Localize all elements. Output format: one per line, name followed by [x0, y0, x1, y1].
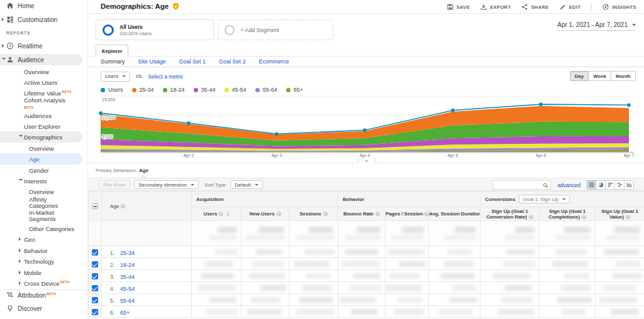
sidebar-item-behavior[interactable]: Behavior — [0, 245, 88, 256]
table-view-button[interactable] — [587, 180, 596, 190]
select-all-checkbox[interactable] — [92, 203, 98, 209]
performance-view-button[interactable] — [606, 180, 615, 190]
date-range-selector[interactable]: Apr 1, 2021 - Apr 7, 2021 — [557, 21, 636, 31]
primary-dimension-age[interactable]: Age — [139, 168, 148, 173]
sidebar-item-demographics[interactable]: Demographics — [0, 131, 82, 143]
sidebar-item-customization[interactable]: Customization — [0, 14, 88, 25]
sidebar-item-cross-device[interactable]: Cross DeviceBETA — [0, 278, 88, 289]
tab-explorer[interactable]: Explorer — [96, 45, 128, 57]
beta-badge: BETA — [47, 292, 56, 296]
add-segment-button[interactable]: + Add Segment — [218, 19, 333, 40]
sort-type-dropdown[interactable]: Default — [230, 180, 262, 189]
help-icon[interactable]: ? — [529, 215, 533, 219]
column-header-sign-up-goal-1-conversion-rate-[interactable]: Sign Up (Goal 1 Conversion Rate)? — [480, 207, 540, 221]
goal-selector-dropdown[interactable]: Goal 1: Sign Up — [519, 195, 569, 203]
subtab-goal-set-1[interactable]: Goal Set 1 — [179, 58, 206, 65]
age-link[interactable]: 25-34 — [120, 250, 135, 256]
row-checkbox[interactable] — [92, 261, 98, 268]
column-header-pages-session[interactable]: Pages / Session? — [386, 207, 429, 221]
percent-view-button[interactable] — [596, 180, 606, 190]
age-link[interactable]: 18-24 — [120, 262, 135, 268]
age-link[interactable]: 35-44 — [120, 274, 135, 280]
sidebar-item-label: Technology — [24, 258, 54, 265]
sidebar-item-overview[interactable]: Overview — [0, 186, 88, 197]
table-search-input[interactable] — [492, 180, 551, 190]
sidebar-item-overview[interactable]: Overview — [0, 66, 88, 77]
sidebar-item-attribution[interactable]: AttributionBETA — [0, 289, 88, 301]
column-header-sign-up-goal-1-completions-[interactable]: Sign Up (Goal 1 Completions)? — [540, 207, 596, 221]
column-header-sign-up-goal-1-value-[interactable]: Sign Up (Goal 1 Value)? — [596, 207, 644, 221]
sidebar-item-user-explorer[interactable]: User Explorer — [0, 121, 88, 132]
plot-rows-button[interactable]: Plot Rows — [99, 180, 130, 189]
age-link[interactable]: 45-54 — [120, 286, 135, 292]
sidebar-item-audiences[interactable]: Audiences — [0, 110, 88, 121]
metric-cell — [386, 258, 429, 270]
help-icon[interactable]: ? — [425, 212, 428, 216]
column-header-avg-session-duration[interactable]: Avg. Session Duration? — [429, 207, 480, 221]
redacted-value — [249, 273, 285, 279]
customization-icon — [6, 16, 14, 23]
sidebar-item-active-users[interactable]: Active Users — [0, 77, 88, 88]
column-header-bounce-rate[interactable]: Bounce Rate? — [338, 207, 386, 221]
help-icon[interactable]: ? — [626, 215, 630, 219]
share-button[interactable]: SHARE — [521, 4, 548, 10]
subtab-ecommerce[interactable]: Ecommerce — [259, 58, 289, 65]
granularity-month-button[interactable]: Month — [611, 71, 636, 81]
row-checkbox[interactable] — [92, 285, 98, 291]
sidebar-item-geo[interactable]: Geo — [0, 234, 88, 245]
granularity-day-button[interactable]: Day — [570, 71, 589, 81]
column-header-sessions[interactable]: Sessions? — [289, 207, 338, 221]
sidebar-item-audience[interactable]: Audience — [0, 54, 82, 65]
column-header-users[interactable]: Users?↓ — [192, 207, 242, 221]
age-link[interactable]: 55-64 — [120, 298, 135, 304]
segment-all-users[interactable]: All Users 100.00% Users — [96, 19, 214, 40]
metric-cell — [480, 246, 540, 258]
save-button[interactable]: SAVE — [447, 4, 470, 10]
sidebar-item-overview[interactable]: Overview — [0, 143, 88, 154]
help-icon[interactable]: ? — [219, 212, 223, 216]
sidebar-item-discover[interactable]: Discover — [0, 303, 88, 314]
sidebar-item-mobile[interactable]: Mobile — [0, 267, 88, 278]
select-a-metric-link[interactable]: Select a metric — [148, 73, 183, 80]
export-button[interactable]: EXPORT — [480, 4, 511, 10]
column-header-age[interactable]: Age? — [102, 192, 192, 221]
sidebar-item-realtime[interactable]: Realtime — [0, 40, 88, 51]
sidebar-item-age[interactable]: Age — [0, 153, 82, 165]
pivot-view-button[interactable] — [625, 180, 634, 190]
granularity-week-button[interactable]: Week — [589, 71, 611, 81]
sidebar-item-gender[interactable]: Gender — [0, 165, 88, 176]
insights-button[interactable]: INSIGHTS — [602, 4, 636, 10]
age-link[interactable]: 65+ — [120, 310, 130, 316]
subtab-summary[interactable]: Summary — [101, 58, 125, 65]
row-checkbox[interactable] — [92, 273, 98, 279]
row-checkbox[interactable] — [92, 249, 98, 256]
sidebar-item-affinity-categories[interactable]: Affinity Categories — [0, 197, 88, 210]
comparison-view-button[interactable] — [615, 180, 625, 190]
help-icon[interactable]: ? — [121, 204, 125, 208]
help-icon[interactable]: ? — [582, 215, 586, 219]
metric-dropdown[interactable]: Users — [101, 72, 130, 82]
pivot-view-icon — [626, 182, 632, 188]
sidebar-item-interests[interactable]: Interests — [0, 175, 88, 187]
column-label: Sign Up (Goal 1 Value) — [601, 208, 638, 220]
column-header-new-users[interactable]: New Users? — [242, 207, 289, 221]
discover-icon — [6, 305, 14, 312]
subtab-goal-set-2[interactable]: Goal Set 2 — [219, 58, 246, 65]
help-icon[interactable]: ? — [277, 212, 281, 216]
edit-button[interactable]: EDIT — [560, 4, 581, 10]
sidebar-item-home[interactable]: Home — [0, 0, 88, 11]
secondary-dimension-dropdown[interactable]: Secondary dimension — [134, 180, 199, 189]
subtab-site-usage[interactable]: Site Usage — [138, 58, 166, 65]
sidebar-item-other-categories[interactable]: Other Categories — [0, 223, 88, 234]
metric-cell — [386, 246, 429, 258]
help-icon[interactable]: ? — [375, 212, 380, 216]
redacted-value — [218, 227, 236, 233]
row-checkbox[interactable] — [92, 309, 98, 315]
help-icon[interactable]: ? — [323, 212, 328, 216]
advanced-search-link[interactable]: advanced — [557, 182, 580, 188]
sidebar-item-technology[interactable]: Technology — [0, 256, 88, 267]
row-checkbox[interactable] — [92, 297, 98, 303]
sidebar-item-in-market-segments[interactable]: In-Market Segments — [0, 210, 88, 223]
sidebar-item-cohort-analysis[interactable]: Cohort AnalysisBETA — [0, 97, 88, 109]
redacted-value — [341, 261, 379, 267]
